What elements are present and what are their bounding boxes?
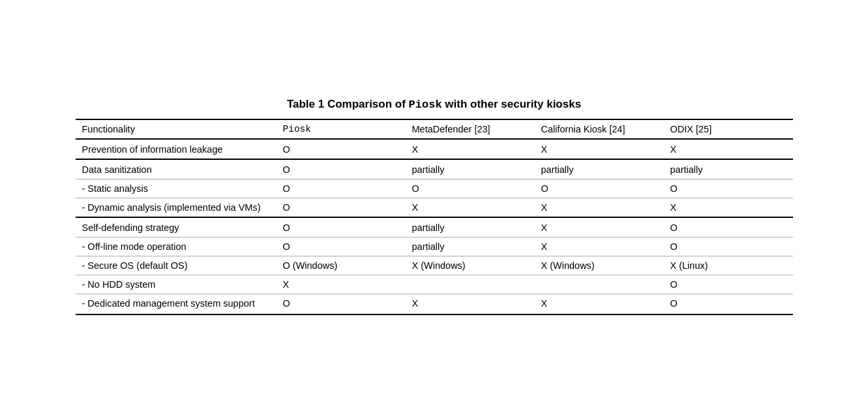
- cell-metadefender: X: [406, 198, 535, 218]
- title-prefix: Table 1 Comparison of: [287, 98, 409, 110]
- cell-metadefender: O: [406, 179, 535, 198]
- cell-functionality: Prevention of information leakage: [76, 139, 277, 159]
- cell-functionality: - No HDD system: [76, 275, 277, 294]
- cell-california: partially: [535, 159, 664, 179]
- cell-metadefender: [406, 275, 535, 294]
- cell-piosk: O: [277, 159, 406, 179]
- cell-metadefender: X: [406, 139, 535, 159]
- col-header-piosk: Piosk: [277, 119, 406, 139]
- table-row: - Static analysisOOOO: [76, 179, 793, 198]
- col-header-odix: ODIX [25]: [664, 119, 793, 139]
- col-header-california: California Kiosk [24]: [535, 119, 664, 139]
- cell-metadefender: X (Windows): [406, 256, 535, 275]
- cell-odix: O: [664, 179, 793, 198]
- cell-california: X: [535, 237, 664, 256]
- table-row: Self-defending strategyOpartiallyXO: [76, 217, 793, 237]
- table-row: Prevention of information leakageOXXX: [76, 139, 793, 159]
- cell-piosk: X: [277, 275, 406, 294]
- cell-california: X: [535, 198, 664, 218]
- page-container: Table 1 Comparison of Piosk with other s…: [76, 98, 793, 315]
- cell-california: [535, 275, 664, 294]
- cell-piosk: O: [277, 294, 406, 315]
- cell-odix: O: [664, 275, 793, 294]
- comparison-table: Functionality Piosk MetaDefender [23] Ca…: [76, 119, 793, 315]
- cell-piosk: O: [277, 198, 406, 218]
- cell-california: X: [535, 139, 664, 159]
- table-body: Prevention of information leakageOXXXDat…: [76, 139, 793, 314]
- cell-functionality: Self-defending strategy: [76, 217, 277, 237]
- table-row: - Dedicated management system supportOXX…: [76, 294, 793, 315]
- cell-california: X: [535, 294, 664, 315]
- cell-odix: X (Linux): [664, 256, 793, 275]
- table-row: - Off-line mode operationOpartiallyXO: [76, 237, 793, 256]
- cell-odix: O: [664, 217, 793, 237]
- title-brand: Piosk: [409, 99, 442, 111]
- cell-piosk: O: [277, 179, 406, 198]
- cell-functionality: - Static analysis: [76, 179, 277, 198]
- table-row: - Dynamic analysis (implemented via VMs)…: [76, 198, 793, 218]
- table-row: Data sanitizationOpartiallypartiallypart…: [76, 159, 793, 179]
- cell-odix: O: [664, 294, 793, 315]
- cell-functionality: Data sanitization: [76, 159, 277, 179]
- cell-functionality: - Off-line mode operation: [76, 237, 277, 256]
- col-header-metadefender: MetaDefender [23]: [406, 119, 535, 139]
- cell-piosk: O: [277, 237, 406, 256]
- cell-california: X: [535, 217, 664, 237]
- cell-functionality: - Dedicated management system support: [76, 294, 277, 315]
- cell-odix: X: [664, 198, 793, 218]
- cell-piosk: O: [277, 139, 406, 159]
- cell-functionality: - Secure OS (default OS): [76, 256, 277, 275]
- cell-metadefender: partially: [406, 159, 535, 179]
- cell-odix: X: [664, 139, 793, 159]
- cell-odix: O: [664, 237, 793, 256]
- table-row: - Secure OS (default OS)O (Windows)X (Wi…: [76, 256, 793, 275]
- cell-metadefender: partially: [406, 217, 535, 237]
- cell-piosk: O: [277, 217, 406, 237]
- table-row: - No HDD systemXO: [76, 275, 793, 294]
- table-title: Table 1 Comparison of Piosk with other s…: [287, 98, 581, 111]
- cell-california: X (Windows): [535, 256, 664, 275]
- cell-california: O: [535, 179, 664, 198]
- col-header-functionality: Functionality: [76, 119, 277, 139]
- cell-odix: partially: [664, 159, 793, 179]
- cell-functionality: - Dynamic analysis (implemented via VMs): [76, 198, 277, 218]
- cell-metadefender: X: [406, 294, 535, 315]
- title-suffix: with other security kiosks: [442, 98, 582, 110]
- table-header-row: Functionality Piosk MetaDefender [23] Ca…: [76, 119, 793, 139]
- cell-piosk: O (Windows): [277, 256, 406, 275]
- cell-metadefender: partially: [406, 237, 535, 256]
